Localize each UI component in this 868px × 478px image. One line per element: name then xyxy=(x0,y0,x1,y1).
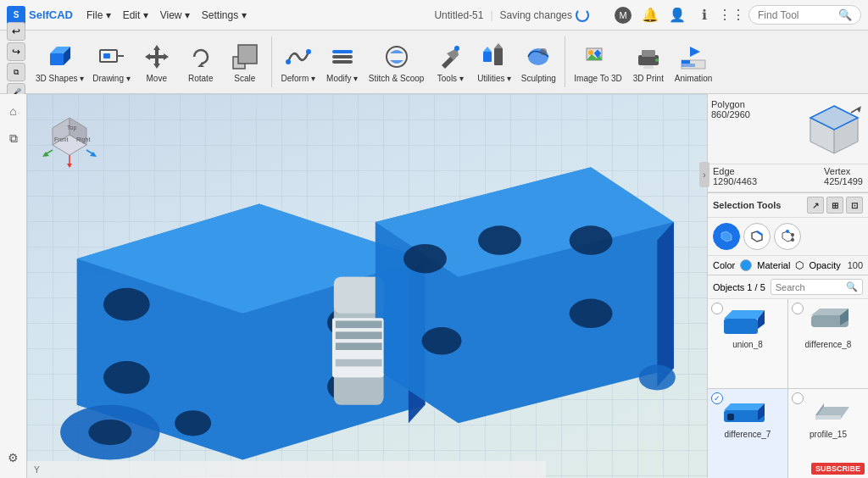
svg-rect-18 xyxy=(332,55,353,58)
tool-image-to-3d[interactable]: Image To 3D xyxy=(570,38,626,86)
selection-action-3[interactable]: ⊡ xyxy=(846,197,863,214)
deform-label: Deform ▾ xyxy=(281,74,315,83)
undo-redo-group: ↩ ↪ ⧉ 🎤 xyxy=(7,22,25,102)
selection-action-2[interactable]: ⊞ xyxy=(826,197,843,214)
object-cell-union-8[interactable]: union_8 xyxy=(708,299,787,388)
svg-marker-8 xyxy=(145,53,150,60)
svg-point-35 xyxy=(655,58,659,62)
svg-marker-94 xyxy=(724,310,765,319)
sel-btn-face[interactable] xyxy=(713,223,740,250)
tool-scale[interactable]: Scale xyxy=(224,38,266,86)
object-cell-difference-8[interactable]: difference_8 xyxy=(788,299,868,388)
icon-m[interactable]: M xyxy=(615,7,632,24)
toolbar-divider-1 xyxy=(271,36,272,87)
tool-rotate[interactable]: Rotate xyxy=(180,38,222,86)
opacity-value: 100 xyxy=(848,260,863,270)
svg-point-60 xyxy=(88,420,131,445)
selection-tools-actions: ↗ ⊞ ⊡ xyxy=(807,197,863,214)
tool-move[interactable]: Move xyxy=(136,38,178,86)
search-input[interactable] xyxy=(776,282,843,292)
tool-drawing[interactable]: Drawing ▾ xyxy=(89,38,133,86)
svg-marker-7 xyxy=(153,64,160,69)
3d-print-label: 3D Print xyxy=(633,74,664,83)
svg-point-29 xyxy=(588,50,593,55)
menu-settings[interactable]: Settings ▾ xyxy=(197,6,252,25)
vertex-value: 425/1499 xyxy=(824,176,863,186)
svg-rect-17 xyxy=(332,50,353,53)
svg-point-90 xyxy=(786,230,789,233)
project-title: Untitled-51 | Saving changes xyxy=(434,8,589,22)
redo-button[interactable]: ↪ xyxy=(7,42,25,61)
main-area: ⌂ ⧉ ⚙ xyxy=(0,94,868,478)
find-tool-container[interactable]: 🔍 xyxy=(748,5,861,25)
sel-btn-vertex[interactable] xyxy=(774,223,801,250)
stitch-scoop-icon xyxy=(381,42,412,72)
polygon-info: Polygon 860/2960 xyxy=(711,99,800,160)
icon-user[interactable]: 👤 xyxy=(669,7,686,24)
panel-collapse-arrow[interactable]: › xyxy=(699,162,709,187)
saving-indicator: Saving changes xyxy=(500,8,589,22)
svg-marker-74 xyxy=(67,164,72,168)
svg-rect-93 xyxy=(724,319,758,334)
undo-button[interactable]: ↩ xyxy=(7,22,25,41)
material-icon: ⬡ xyxy=(795,259,804,271)
left-icon-home[interactable]: ⌂ xyxy=(3,101,24,121)
svg-point-56 xyxy=(570,225,613,255)
svg-marker-24 xyxy=(483,47,492,52)
tool-tools[interactable]: Tools ▾ xyxy=(429,38,471,86)
svg-point-44 xyxy=(103,361,150,394)
cube-navigator[interactable]: Top Front Right xyxy=(36,103,103,170)
mesh-info-row: Polygon 860/2960 xyxy=(708,94,868,164)
svg-marker-52 xyxy=(657,222,674,386)
object-checkbox-difference-8[interactable] xyxy=(792,303,804,314)
tool-stitch-scoop[interactable]: Stitch & Scoop xyxy=(365,38,428,86)
tools-label: Tools ▾ xyxy=(437,74,464,83)
status-text: Y xyxy=(34,465,40,475)
object-cell-difference-7[interactable]: difference_7 xyxy=(708,389,787,478)
selection-tools-label: Selection Tools xyxy=(713,200,781,210)
object-checkbox-difference-7[interactable] xyxy=(711,392,723,404)
tool-modify[interactable]: Modify ▾ xyxy=(321,38,364,86)
utilities-icon xyxy=(479,42,509,72)
viewport[interactable]: Top Front Right Y xyxy=(27,94,707,478)
tool-utilities[interactable]: Utilities ▾ xyxy=(473,38,515,86)
tool-3d-shapes[interactable]: 3D Shapes ▾ xyxy=(32,38,87,86)
left-icon-settings[interactable]: ⚙ xyxy=(3,447,24,468)
tool-sculpting[interactable]: Sculpting xyxy=(517,38,559,86)
color-dot[interactable] xyxy=(740,259,752,271)
deform-icon xyxy=(283,42,314,72)
tool-animation[interactable]: Animation xyxy=(671,38,715,86)
object-cell-profile-15[interactable]: profile_15 SUBSCRIBE xyxy=(788,389,868,478)
topbar: S SelfCAD File ▾ Edit ▾ View ▾ Settings … xyxy=(0,0,868,31)
svg-rect-38 xyxy=(682,64,695,67)
svg-marker-85 xyxy=(857,106,861,113)
svg-rect-23 xyxy=(494,48,503,65)
image-to-3d-label: Image To 3D xyxy=(574,74,622,83)
copy-button[interactable]: ⧉ xyxy=(7,63,25,81)
svg-point-21 xyxy=(454,46,459,51)
sel-btn-edge[interactable] xyxy=(743,223,771,250)
find-tool-input[interactable] xyxy=(758,9,834,21)
svg-line-88 xyxy=(757,231,762,235)
menu-edit[interactable]: Edit ▾ xyxy=(118,6,153,25)
object-checkbox-union-8[interactable] xyxy=(711,303,723,314)
object-checkbox-profile-15[interactable] xyxy=(792,392,804,404)
left-sidebar: ⌂ ⧉ ⚙ xyxy=(0,94,27,478)
left-icon-layers[interactable]: ⧉ xyxy=(3,128,24,148)
search-icon: 🔍 xyxy=(838,8,852,21)
selection-action-1[interactable]: ↗ xyxy=(807,197,824,214)
tool-deform[interactable]: Deform ▾ xyxy=(277,38,320,86)
rotate-label: Rotate xyxy=(188,74,213,83)
svg-rect-105 xyxy=(815,415,841,420)
mesh-preview xyxy=(804,99,865,160)
toolbar-divider-2 xyxy=(565,36,565,87)
tool-3d-print[interactable]: 3D Print xyxy=(627,38,670,86)
rotate-icon xyxy=(186,42,216,72)
icon-grid[interactable]: ⋮⋮ xyxy=(723,7,740,24)
icon-info[interactable]: ℹ xyxy=(696,7,713,24)
search-box[interactable]: 🔍 xyxy=(771,279,863,295)
menu-view[interactable]: View ▾ xyxy=(155,6,195,25)
menu-file[interactable]: File ▾ xyxy=(81,6,116,25)
icon-bell[interactable]: 🔔 xyxy=(642,7,659,24)
subscribe-badge[interactable]: SUBSCRIBE xyxy=(811,463,865,475)
